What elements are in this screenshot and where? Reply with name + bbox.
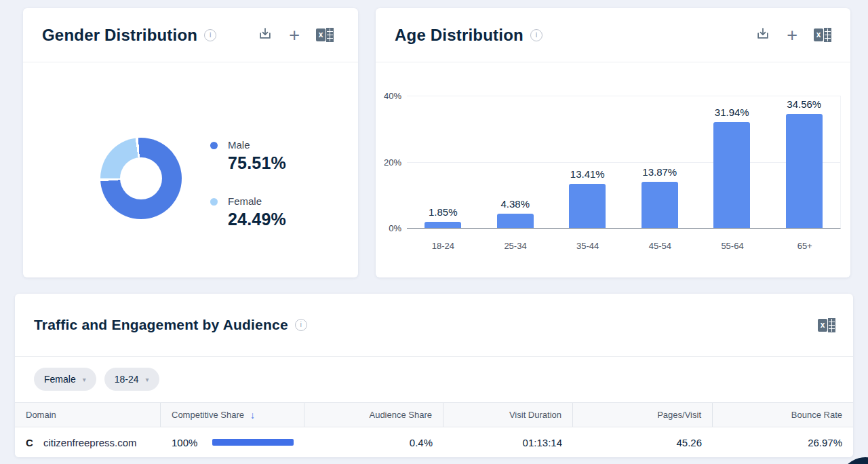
- x-tick-18-24: 18-24: [407, 241, 479, 251]
- filter-label: Female: [44, 374, 76, 385]
- x-tick-25-34: 25-34: [479, 241, 552, 251]
- plus-icon: +: [787, 28, 797, 43]
- info-icon[interactable]: i: [295, 319, 307, 331]
- chevron-down-icon: ▾: [83, 376, 86, 383]
- bar-column-35-44: 13.41%: [551, 96, 624, 228]
- competitive-share-value: 100%: [172, 437, 197, 448]
- pages-per-visit-cell: 45.26: [573, 437, 713, 448]
- bar-25-34: [497, 214, 534, 228]
- bar-value-label: 13.41%: [551, 168, 624, 180]
- audience-filters: Female▾18-24▾: [15, 357, 853, 402]
- legend-label: Female: [228, 195, 286, 207]
- bar-65+: [786, 114, 823, 228]
- column-header-label: Visit Duration: [509, 410, 561, 420]
- add-to-dashboard-button[interactable]: +: [787, 28, 797, 43]
- donut-hole: [120, 157, 162, 199]
- sort-descending-icon: ↓: [250, 410, 255, 421]
- audience-analysis-dashboard: Gender Distribution i +: [0, 0, 868, 464]
- filter-dropdown-18-24[interactable]: 18-24▾: [104, 368, 159, 391]
- x-tick-55-64: 55-64: [696, 241, 769, 251]
- info-icon[interactable]: i: [530, 29, 542, 41]
- bar-35-44: [569, 184, 606, 228]
- competitive-share-bar: [212, 439, 294, 446]
- chat-fab-button[interactable]: [840, 457, 868, 464]
- legend-label: Male: [228, 139, 286, 151]
- excel-icon: x: [814, 28, 831, 42]
- bar-column-25-34: 4.38%: [479, 96, 552, 228]
- x-tick-45-54: 45-54: [624, 241, 696, 251]
- column-header-audience-share[interactable]: Audience Share: [304, 403, 443, 427]
- bar-45-54: [642, 182, 678, 228]
- age-card-actions: + x: [755, 26, 831, 43]
- gender-card-actions: + x: [258, 26, 339, 43]
- bounce-rate-cell: 26.97%: [713, 437, 853, 448]
- bar-18-24: [425, 222, 461, 228]
- age-card-header: Age Distribution i +: [376, 8, 850, 62]
- audience-share-cell: 0.4%: [304, 437, 443, 448]
- excel-export-button[interactable]: x: [316, 28, 334, 42]
- legend-item-female: Female24.49%: [210, 195, 286, 229]
- age-axis-categories: 18-2425-3435-4445-5455-6465+: [407, 241, 841, 251]
- legend-value: 75.51%: [228, 153, 286, 173]
- info-icon[interactable]: i: [204, 29, 216, 41]
- bar-value-label: 4.38%: [479, 198, 552, 210]
- table-header-row: DomainCompetitive Share↓Audience ShareVi…: [15, 402, 853, 427]
- filter-dropdown-female[interactable]: Female▾: [34, 368, 96, 391]
- add-to-dashboard-button[interactable]: +: [289, 28, 300, 43]
- ytick-20%: 20%: [376, 157, 401, 168]
- column-header-bounce-rate[interactable]: Bounce Rate: [713, 403, 853, 427]
- female-dot: [210, 198, 218, 206]
- column-header-domain[interactable]: Domain: [15, 403, 161, 427]
- chevron-down-icon: ▾: [146, 376, 149, 383]
- age-distribution-card: Age Distribution i +: [376, 8, 850, 277]
- download-icon: [755, 26, 770, 43]
- excel-icon: x: [316, 28, 334, 42]
- traffic-card-header: Traffic and Engagement by Audience i x: [15, 294, 853, 357]
- gender-card-title: Gender Distribution: [42, 26, 197, 45]
- excel-export-button[interactable]: x: [818, 318, 835, 332]
- bar-value-label: 13.87%: [624, 166, 696, 178]
- legend-value: 24.49%: [228, 210, 286, 229]
- gender-card-header: Gender Distribution i +: [23, 8, 358, 62]
- excel-export-button[interactable]: x: [814, 28, 831, 42]
- filter-label: 18-24: [115, 374, 139, 385]
- table-row: Ccitizenfreepress.com100%0.4%01:13:1445.…: [15, 427, 853, 457]
- site-favicon: C: [26, 437, 38, 448]
- competitive-share-cell: 100%: [161, 437, 304, 448]
- x-tick-65+: 65+: [768, 241, 841, 251]
- bar-55-64: [713, 122, 750, 228]
- download-button[interactable]: [755, 26, 770, 43]
- traffic-engagement-card: Traffic and Engagement by Audience i x F…: [15, 294, 853, 457]
- visit-duration-cell: 01:13:14: [443, 437, 573, 448]
- male-dot: [210, 142, 218, 149]
- ytick-40%: 40%: [376, 91, 401, 101]
- column-header-visit-duration[interactable]: Visit Duration: [443, 403, 573, 427]
- gender-donut-chart: [100, 138, 182, 219]
- domain-cell[interactable]: Ccitizenfreepress.com: [15, 437, 161, 448]
- legend-item-male: Male75.51%: [210, 139, 286, 173]
- download-button[interactable]: [258, 26, 273, 43]
- plus-icon: +: [289, 28, 300, 43]
- bar-value-label: 31.94%: [696, 107, 768, 118]
- age-bar-chart: 0%20%40%1.85%4.38%13.41%13.87%31.94%34.5…: [407, 96, 841, 229]
- column-header-competitive-share[interactable]: Competitive Share↓: [161, 403, 304, 427]
- bar-column-65+: 34.56%: [768, 96, 841, 228]
- traffic-card-actions: x: [818, 318, 835, 332]
- bar-value-label: 34.56%: [768, 98, 841, 110]
- column-header-pages-visit[interactable]: Pages/Visit: [573, 403, 713, 427]
- column-header-label: Domain: [26, 410, 56, 420]
- bar-column-45-54: 13.87%: [624, 96, 696, 228]
- column-header-label: Pages/Visit: [657, 410, 701, 420]
- domain-link[interactable]: citizenfreepress.com: [43, 437, 137, 448]
- traffic-card-title: Traffic and Engagement by Audience: [34, 317, 288, 333]
- bar-column-55-64: 31.94%: [696, 96, 768, 228]
- column-header-label: Bounce Rate: [791, 410, 842, 420]
- x-tick-35-44: 35-44: [551, 241, 624, 251]
- gender-legend: Male75.51%Female24.49%: [210, 139, 286, 252]
- age-card-title: Age Distribution: [395, 26, 524, 45]
- table-body: Ccitizenfreepress.com100%0.4%01:13:1445.…: [15, 427, 853, 457]
- ytick-0%: 0%: [376, 223, 401, 233]
- bar-value-label: 1.85%: [407, 206, 479, 218]
- excel-icon: x: [818, 318, 835, 332]
- gender-distribution-card: Gender Distribution i +: [23, 8, 358, 277]
